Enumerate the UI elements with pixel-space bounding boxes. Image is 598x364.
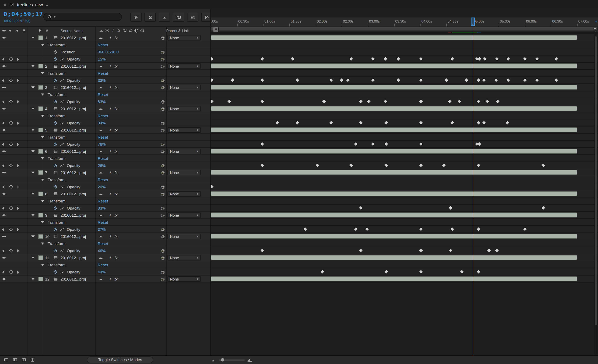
opacity-value[interactable]: 44% bbox=[98, 268, 106, 275]
add-keyframe-icon[interactable] bbox=[10, 183, 13, 190]
layer-row[interactable]: 32016012...proj/fx@None▾ bbox=[0, 84, 210, 91]
opacity-row[interactable]: Opacity76%@ bbox=[0, 141, 210, 148]
parent-dropdown[interactable]: None▾ bbox=[167, 35, 201, 41]
add-keyframe-icon[interactable] bbox=[10, 119, 13, 126]
motion-blur-button[interactable] bbox=[187, 13, 198, 22]
expand-triangle-icon[interactable] bbox=[41, 155, 44, 162]
parent-pickwhip-icon[interactable]: @ bbox=[161, 56, 165, 63]
opacity-row[interactable]: Opacity20%@ bbox=[0, 183, 210, 190]
motion-blur-icon[interactable] bbox=[128, 28, 133, 33]
keyframe-icon[interactable] bbox=[494, 78, 498, 82]
reset-link[interactable]: Reset bbox=[98, 91, 108, 98]
keyframe-icon[interactable] bbox=[477, 100, 481, 103]
expand-triangle-icon[interactable] bbox=[31, 34, 35, 41]
keyframe-icon[interactable] bbox=[465, 78, 468, 82]
reset-link[interactable]: Reset bbox=[98, 155, 108, 162]
reset-link[interactable]: Reset bbox=[98, 70, 108, 77]
stopwatch-icon[interactable] bbox=[53, 77, 58, 84]
parent-pickwhip-icon[interactable]: @ bbox=[161, 183, 165, 190]
quality-switch[interactable]: / bbox=[110, 233, 111, 240]
fx-switch[interactable]: fx bbox=[114, 63, 117, 70]
opacity-value[interactable]: 76% bbox=[98, 141, 106, 148]
scrollbar-thumb[interactable] bbox=[595, 36, 597, 325]
panel-menu-icon[interactable]: ≡ bbox=[46, 2, 48, 7]
layer-row[interactable]: 62016012...proj/fx@None▾ bbox=[0, 148, 210, 155]
parent-pickwhip-icon[interactable]: @ bbox=[161, 162, 165, 169]
opacity-value[interactable]: 83% bbox=[98, 98, 106, 105]
zoom-out-icon[interactable] bbox=[211, 357, 216, 362]
expand-triangle-icon[interactable] bbox=[41, 176, 44, 183]
layer-duration-bar[interactable] bbox=[211, 35, 577, 40]
keyframe-icon[interactable] bbox=[371, 78, 375, 82]
keyframe-icon[interactable] bbox=[322, 100, 326, 103]
stopwatch-icon[interactable] bbox=[53, 49, 58, 56]
shy-switch[interactable] bbox=[99, 233, 103, 240]
layer-row[interactable]: 122016012...proj/fx@None▾ bbox=[0, 275, 210, 283]
shy-switch[interactable] bbox=[99, 126, 103, 133]
opacity-row[interactable]: Opacity15%@ bbox=[0, 56, 210, 63]
reset-link[interactable]: Reset bbox=[98, 176, 108, 183]
keyframe-icon[interactable] bbox=[261, 100, 264, 103]
opacity-row[interactable]: Opacity46%@ bbox=[0, 247, 210, 254]
layer-duration-bar[interactable] bbox=[211, 127, 577, 132]
eye-toggle[interactable] bbox=[2, 233, 6, 240]
expand-triangle-icon[interactable] bbox=[41, 41, 44, 49]
keyframe-icon[interactable] bbox=[261, 57, 264, 61]
column-number[interactable]: # bbox=[46, 27, 48, 35]
keyframe-icon[interactable] bbox=[261, 142, 264, 146]
layer-row[interactable]: 92016012...proj/fx@None▾ bbox=[0, 212, 210, 219]
reset-link[interactable]: Reset bbox=[98, 41, 108, 49]
keyframe-icon[interactable] bbox=[419, 249, 423, 252]
parent-dropdown[interactable]: None▾ bbox=[167, 255, 201, 260]
keyframe-icon[interactable] bbox=[397, 57, 400, 61]
collapse-icon[interactable] bbox=[104, 28, 110, 33]
expand-triangle-icon[interactable] bbox=[31, 148, 35, 155]
opacity-row[interactable]: Opacity33%@ bbox=[0, 205, 210, 212]
keyframe-icon[interactable] bbox=[384, 270, 388, 274]
stopwatch-icon[interactable] bbox=[53, 56, 58, 63]
next-keyframe-icon[interactable] bbox=[17, 183, 19, 190]
add-keyframe-icon[interactable] bbox=[10, 247, 13, 254]
stopwatch-icon[interactable] bbox=[53, 268, 58, 275]
parent-pickwhip-icon[interactable]: @ bbox=[161, 98, 165, 105]
keyframe-icon[interactable] bbox=[482, 78, 486, 82]
fx-switch[interactable]: fx bbox=[114, 84, 117, 91]
transfer-controls-pane-icon[interactable] bbox=[11, 357, 18, 363]
eye-toggle[interactable] bbox=[2, 84, 6, 91]
transform-row[interactable]: TransformReset bbox=[0, 240, 210, 247]
previous-keyframe-icon[interactable] bbox=[2, 98, 4, 105]
layer-name[interactable]: 2016012...proj bbox=[60, 84, 96, 91]
parent-pickwhip-icon[interactable]: @ bbox=[161, 247, 165, 254]
parent-dropdown[interactable]: None▾ bbox=[167, 127, 201, 133]
keyframe-icon[interactable] bbox=[477, 164, 481, 167]
position-row[interactable]: Position960.0,536.0@ bbox=[0, 49, 210, 56]
parent-pickwhip-icon[interactable]: @ bbox=[161, 169, 165, 176]
parent-pickwhip-icon[interactable]: @ bbox=[161, 84, 165, 91]
reset-link[interactable]: Reset bbox=[98, 133, 108, 141]
keyframe-icon[interactable] bbox=[371, 142, 375, 146]
3d-icon[interactable] bbox=[140, 28, 145, 33]
keyframe-icon[interactable] bbox=[506, 121, 509, 124]
keyframe-icon[interactable] bbox=[354, 142, 357, 146]
layer-row[interactable]: 52016012...proj/fx@None▾ bbox=[0, 126, 210, 133]
eye-toggle[interactable] bbox=[2, 212, 6, 219]
layer-duration-bar[interactable] bbox=[211, 213, 577, 217]
parent-pickwhip-icon[interactable]: @ bbox=[161, 126, 165, 133]
layer-row[interactable]: 82016012...proj/fx@None▾ bbox=[0, 190, 210, 198]
label-color-chip[interactable] bbox=[38, 34, 43, 41]
quality-switch[interactable]: / bbox=[110, 63, 111, 70]
keyframe-icon[interactable] bbox=[295, 78, 299, 82]
work-area-bar[interactable]: 0 bbox=[211, 26, 598, 32]
expand-triangle-icon[interactable] bbox=[41, 240, 44, 247]
layer-duration-bar[interactable] bbox=[211, 149, 577, 154]
previous-keyframe-icon[interactable] bbox=[2, 183, 4, 190]
keyframe-icon[interactable] bbox=[295, 121, 299, 124]
keyframe-icon[interactable] bbox=[419, 164, 423, 167]
transform-row[interactable]: TransformReset bbox=[0, 261, 210, 268]
keyframe-icon[interactable] bbox=[535, 57, 539, 61]
work-area[interactable] bbox=[211, 27, 597, 31]
eye-toggle[interactable] bbox=[2, 275, 6, 283]
graph-set-icon[interactable] bbox=[60, 226, 64, 233]
frame-blend-icon[interactable] bbox=[122, 28, 127, 33]
transform-row[interactable]: TransformReset bbox=[0, 41, 210, 49]
